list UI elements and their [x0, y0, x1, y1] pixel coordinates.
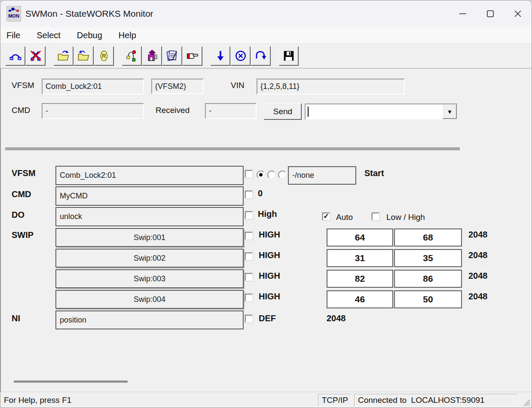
pages-icon	[166, 49, 179, 62]
vfsm-radio-2[interactable]	[267, 171, 276, 179]
open-back-button[interactable]	[74, 46, 94, 66]
swip-row-label: SWIP	[12, 230, 34, 240]
toolbar-group-debug	[122, 46, 203, 66]
swip-button-4[interactable]: Swip:004	[55, 290, 244, 309]
menu-debug[interactable]: Debug	[72, 30, 107, 41]
resize-grip[interactable]	[520, 394, 531, 407]
state-setup-button[interactable]	[122, 46, 142, 66]
scissors-icon	[29, 49, 42, 62]
cancel-button[interactable]	[231, 46, 251, 66]
swip-low-2[interactable]: 31	[327, 249, 393, 267]
floppy-icon	[282, 49, 295, 62]
command-combobox[interactable]: ▼	[305, 104, 458, 120]
lowhigh-checkbox[interactable]	[372, 213, 379, 220]
cmd-flag-label: 0	[258, 189, 263, 198]
cmd-sent-field[interactable]: -	[42, 103, 144, 119]
connect-button[interactable]	[6, 46, 25, 66]
key-r-icon: R	[98, 49, 110, 62]
swip-high-2[interactable]: 35	[394, 249, 462, 267]
close-icon	[513, 9, 523, 19]
ni-range-label: 2048	[327, 314, 346, 323]
do-checkbox[interactable]	[245, 211, 253, 219]
menu-file[interactable]: File	[6, 30, 25, 41]
main-panel: VFSM Comb_Lock2:01 (VFSM2) VIN {1,2,5,8,…	[0, 68, 532, 392]
swip-checkbox-4[interactable]	[245, 294, 253, 301]
send-button[interactable]: Send	[264, 104, 302, 120]
save-button[interactable]	[279, 46, 299, 66]
loop-arrow-icon	[254, 49, 267, 62]
state-diagram-icon	[125, 49, 138, 62]
vfsm-id-field[interactable]: (VFSM2)	[151, 79, 204, 94]
swip-high-1[interactable]: 68	[394, 228, 462, 247]
cmd-object-field[interactable]: MyCMD	[55, 186, 244, 206]
swip-flag-3: HIGH	[259, 271, 280, 281]
swip-checkbox-3[interactable]	[245, 273, 253, 281]
minimize-button[interactable]	[449, 2, 477, 25]
vfsm-radio-1[interactable]	[257, 171, 265, 179]
received-field[interactable]: -	[205, 103, 257, 119]
swip-range-4: 2048	[468, 292, 488, 301]
auto-checkbox[interactable]	[322, 213, 330, 220]
command-input[interactable]	[306, 104, 443, 119]
swip-high-3[interactable]: 86	[394, 270, 462, 288]
toolbar-group-save	[279, 46, 299, 66]
toolbar-group-files: R	[54, 46, 114, 66]
cmd-row-label: CMD	[12, 189, 31, 199]
home-box-icon	[146, 49, 159, 62]
vfsm-name-field[interactable]: Comb_Lock2:01	[42, 79, 144, 94]
horizontal-scrollbar-thumb[interactable]	[14, 381, 128, 383]
register-button[interactable]: R	[94, 46, 114, 66]
swip-button-2[interactable]: Swip:002	[55, 249, 244, 268]
connect-icon	[9, 49, 22, 62]
get-values-button[interactable]	[211, 46, 230, 66]
swip-button-1[interactable]: Swip:001	[55, 228, 244, 247]
close-button[interactable]	[504, 2, 532, 25]
swip-checkbox-2[interactable]	[245, 253, 253, 260]
svg-text:MON: MON	[8, 13, 19, 18]
swip-button-3[interactable]: Swip:003	[55, 269, 244, 288]
swip-range-2: 2048	[468, 250, 488, 260]
swip-low-4[interactable]: 46	[327, 290, 393, 308]
do-row-label: DO	[12, 210, 24, 220]
combo-dropdown-button[interactable]: ▼	[443, 104, 457, 119]
cmd-checkbox[interactable]	[245, 191, 253, 198]
swip-range-3: 2048	[468, 271, 488, 281]
vfsm-checkbox[interactable]	[245, 170, 253, 178]
maximize-icon	[485, 9, 495, 19]
swip-checkbox-1[interactable]	[245, 232, 253, 240]
swip-flag-1: HIGH	[259, 230, 280, 240]
vfsm-radio-3[interactable]	[278, 171, 287, 179]
vfsm-object-field[interactable]: Comb_Lock2:01	[55, 166, 244, 185]
auto-label: Auto	[336, 213, 353, 222]
received-label: Received	[156, 106, 190, 115]
ni-object-field[interactable]: position	[55, 311, 244, 329]
vfsm-state-field[interactable]: -/none	[288, 166, 356, 185]
text-caret	[308, 107, 309, 117]
cmd-top-label: CMD	[12, 106, 30, 115]
vfsm-top-label: VFSM	[12, 81, 34, 90]
swip-low-1[interactable]: 64	[327, 228, 393, 247]
vin-field[interactable]: {1,2,5,8,11}	[257, 79, 405, 94]
maximize-button[interactable]	[477, 2, 504, 25]
disconnect-button[interactable]	[26, 46, 46, 66]
swip-high-4[interactable]: 50	[394, 290, 462, 308]
ni-checkbox[interactable]	[245, 315, 253, 323]
object-dictionary-button[interactable]	[142, 46, 162, 66]
swip-flag-4: HIGH	[259, 292, 280, 301]
do-object-field[interactable]: unlock	[55, 207, 244, 226]
pointing-hand-icon	[186, 49, 199, 62]
swip-low-3[interactable]: 82	[327, 270, 393, 288]
execute-button[interactable]	[183, 46, 202, 66]
svg-text:R: R	[102, 53, 106, 59]
menu-bar: File Select Debug Help	[0, 27, 532, 43]
menu-select[interactable]: Select	[31, 30, 66, 41]
window-title: SWMon - StateWORKS Monitor	[25, 9, 153, 19]
open-forward-button[interactable]	[54, 46, 73, 66]
toolbar-group-actions	[211, 46, 271, 66]
loop-button[interactable]	[251, 46, 271, 66]
menu-help[interactable]: Help	[113, 30, 141, 41]
folder-redo-icon	[57, 49, 70, 62]
io-list-button[interactable]	[162, 46, 182, 66]
status-connection-panel: Connected to LOCALHOST:59091	[354, 394, 518, 407]
status-help-text: For Help, press F1	[0, 396, 318, 405]
